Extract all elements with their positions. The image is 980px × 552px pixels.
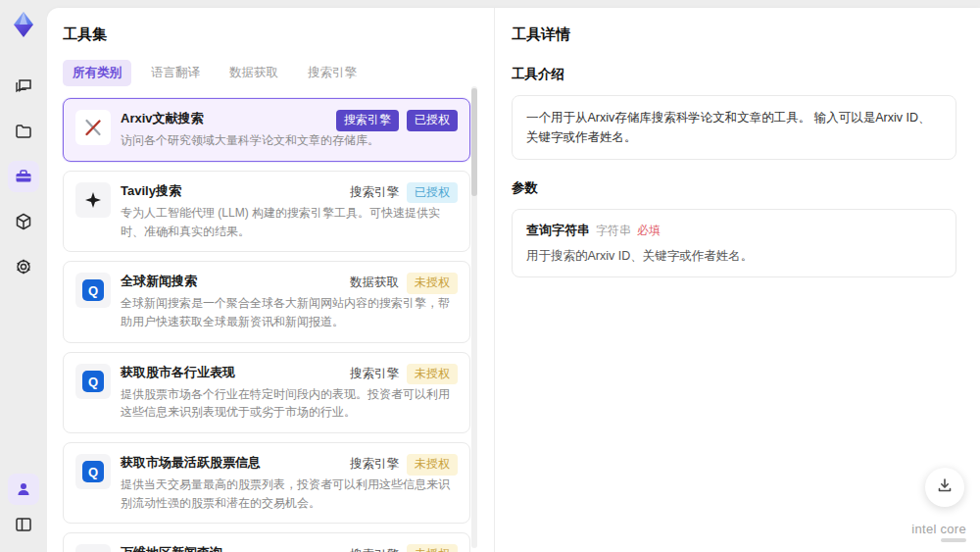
tool-description: 访问各个研究领域大量科学论文和文章的存储库。 <box>121 131 458 150</box>
param-type: 字符串 <box>596 223 631 239</box>
auth-status-badge: 未授权 <box>407 544 458 552</box>
news-logo-icon: Q <box>75 273 111 308</box>
tab-data-acquisition[interactable]: 数据获取 <box>220 60 288 86</box>
tab-all-categories[interactable]: 所有类别 <box>63 60 131 86</box>
sidebar-item-chat[interactable] <box>8 71 39 102</box>
cube-icon <box>14 212 33 231</box>
folder-icon <box>14 122 33 141</box>
intro-box: 一个用于从Arxiv存储库搜索科学论文和文章的工具。 输入可以是Arxiv ID… <box>512 95 956 160</box>
main-panel: 工具集 所有类别 语言翻译 数据获取 搜索引擎 Arxiv文献搜索 访问各个研究… <box>47 8 980 552</box>
category-label: 搜索引擎 <box>350 366 399 382</box>
tool-description: 提供当天交易量最高的股票列表，投资者可以利用这些信息来识别流动性强的股票和潜在的… <box>121 476 458 512</box>
tool-card-arxiv[interactable]: Arxiv文献搜索 访问各个研究领域大量科学论文和文章的存储库。 搜索引擎 已授… <box>63 98 470 162</box>
tool-description: 专为人工智能代理 (LLM) 构建的搜索引擎工具。可快速提供实时、准确和真实的结… <box>121 204 458 240</box>
sidebar-bottom <box>8 474 39 540</box>
param-name: 查询字符串 <box>526 222 590 239</box>
panel-icon <box>14 515 33 534</box>
intel-core-logo-subtext <box>941 538 966 542</box>
app-logo-icon <box>9 10 38 39</box>
tool-meta: 搜索引擎 未授权 <box>350 544 458 552</box>
params-heading: 参数 <box>512 179 956 197</box>
sidebar-item-panel[interactable] <box>8 509 39 540</box>
sidebar-item-files[interactable] <box>8 116 39 147</box>
intro-text: 一个用于从Arxiv存储库搜索科学论文和文章的工具。 输入可以是Arxiv ID… <box>526 108 942 147</box>
stock-logo-icon: Q <box>75 364 111 399</box>
details-panel-title: 工具详情 <box>512 25 956 44</box>
auth-status-badge: 未授权 <box>407 273 458 294</box>
tool-meta: 搜索引擎 已授权 <box>336 110 458 131</box>
sidebar <box>0 0 47 552</box>
building-logo-icon <box>75 544 111 552</box>
stock-logo-icon: Q <box>75 454 111 489</box>
auth-status-badge: 未授权 <box>407 454 458 476</box>
tool-meta: 搜索引擎 未授权 <box>350 364 458 385</box>
tool-card-global-news[interactable]: Q 全球新闻搜索 全球新闻搜索是一个聚合全球各大新闻网站内容的搜索引擎，帮助用户… <box>63 261 470 342</box>
arxiv-logo-icon <box>75 110 111 145</box>
tool-card-regional-news[interactable]: 万维地区新闻查询 查询具体行政区划内的新闻，快速了解各地新闻动 搜索引擎 未授权 <box>63 532 470 552</box>
tool-meta: 数据获取 未授权 <box>350 273 458 294</box>
details-panel: 工具详情 工具介绍 一个用于从Arxiv存储库搜索科学论文和文章的工具。 输入可… <box>496 8 980 552</box>
tool-meta: 搜索引擎 已授权 <box>350 182 458 204</box>
tool-description: 提供股票市场各个行业在特定时间段内的表现。投资者可以利用这些信息来识别表现优于或… <box>121 385 458 422</box>
param-required-flag: 必填 <box>637 223 661 239</box>
sidebar-item-tools[interactable] <box>8 161 39 192</box>
download-button[interactable] <box>925 468 964 507</box>
intro-heading: 工具介绍 <box>512 66 956 83</box>
gear-icon <box>14 257 33 276</box>
user-icon <box>15 480 32 498</box>
tool-meta: 搜索引擎 未授权 <box>350 454 458 476</box>
category-label: 搜索引擎 <box>350 456 399 473</box>
tab-search-engine[interactable]: 搜索引擎 <box>298 60 367 86</box>
auth-status-badge: 已授权 <box>407 110 458 131</box>
sidebar-nav <box>8 71 39 282</box>
toolbox-icon <box>14 167 33 186</box>
param-box: 查询字符串 字符串 必填 用于搜索的Arxiv ID、关键字或作者姓名。 <box>512 209 956 277</box>
category-tabs: 所有类别 语言翻译 数据获取 搜索引擎 <box>63 60 478 86</box>
tavily-logo-icon <box>75 182 111 218</box>
auth-status-badge: 已授权 <box>407 182 458 204</box>
param-header: 查询字符串 字符串 必填 <box>526 222 942 239</box>
chat-icon <box>14 76 33 96</box>
tab-language-translation[interactable]: 语言翻译 <box>141 60 210 86</box>
svg-text:Q: Q <box>88 465 98 479</box>
svg-text:Q: Q <box>88 375 98 389</box>
tools-panel-title: 工具集 <box>63 25 478 44</box>
tool-card-tavily[interactable]: Tavily搜索 专为人工智能代理 (LLM) 构建的搜索引擎工具。可快速提供实… <box>63 171 470 252</box>
tools-scrollbar-thumb[interactable] <box>471 88 477 196</box>
tool-card-active-stocks[interactable]: Q 获取市场最活跃股票信息 提供当天交易量最高的股票列表，投资者可以利用这些信息… <box>63 442 470 524</box>
tools-panel: 工具集 所有类别 语言翻译 数据获取 搜索引擎 Arxiv文献搜索 访问各个研究… <box>47 8 495 552</box>
sidebar-item-models[interactable] <box>8 206 39 237</box>
category-label: 搜索引擎 <box>350 547 399 552</box>
category-label: 搜索引擎 <box>350 184 399 201</box>
param-description: 用于搜索的Arxiv ID、关键字或作者姓名。 <box>526 248 942 265</box>
intel-core-logo-text: intel core <box>911 522 966 536</box>
sidebar-item-user[interactable] <box>8 474 39 505</box>
tool-description: 全球新闻搜索是一个聚合全球各大新闻网站内容的搜索引擎，帮助用户快速获取全球最新资… <box>121 294 458 330</box>
tool-card-stock-sectors[interactable]: Q 获取股市各行业表现 提供股票市场各个行业在特定时间段内的表现。投资者可以利用… <box>63 352 470 433</box>
svg-text:Q: Q <box>88 283 98 298</box>
sidebar-item-settings[interactable] <box>8 251 39 282</box>
tools-scrollbar[interactable] <box>471 86 477 548</box>
tool-list: Arxiv文献搜索 访问各个研究领域大量科学论文和文章的存储库。 搜索引擎 已授… <box>63 98 478 552</box>
category-label: 数据获取 <box>350 275 399 291</box>
auth-status-badge: 未授权 <box>407 364 458 385</box>
category-badge: 搜索引擎 <box>336 110 399 131</box>
download-icon <box>936 477 954 498</box>
intel-core-logo: intel core <box>911 522 966 542</box>
